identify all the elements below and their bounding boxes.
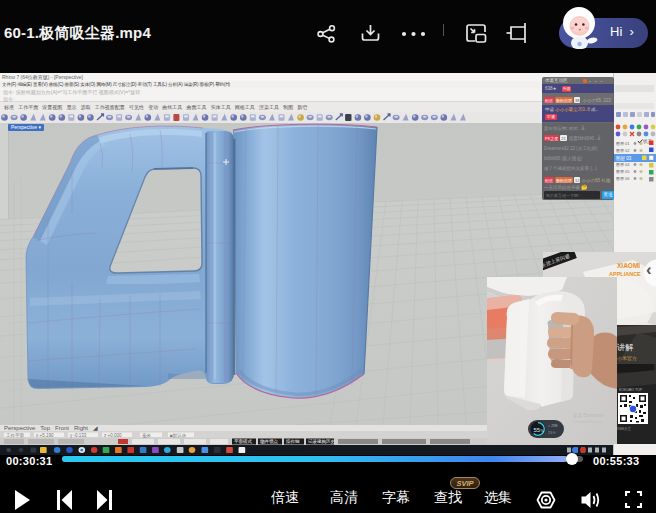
svg-text:操作轴: 操作轴 (285, 438, 300, 444)
svg-text:图层 02: 图层 02 (616, 148, 630, 153)
svg-text:平面模式: 平面模式 (234, 439, 253, 444)
svg-text:图层 03: 图层 03 (616, 156, 632, 161)
svg-text:x +5.190: x +5.190 (36, 433, 54, 438)
svg-text:图层 06: 图层 06 (616, 176, 630, 181)
svg-text:记录建构历史: 记录建构历史 (307, 438, 336, 445)
svg-text:KOKUBO TOP: KOKUBO TOP (619, 388, 643, 392)
svg-text:www.brandtime.cn: www.brandtime.cn (573, 420, 602, 424)
svg-text:讲解: 讲解 (617, 343, 634, 352)
svg-text:工作平面: 工作平面 (6, 432, 25, 438)
svg-text:z +0.000: z +0.000 (104, 433, 122, 438)
svg-text:物件锁点: 物件锁点 (260, 438, 279, 445)
svg-text:y -0.133: y -0.133 (70, 433, 87, 438)
svg-text:某某 Brandtime: 某某 Brandtime (573, 413, 604, 418)
svg-text:XIAOMI: XIAOMI (617, 262, 640, 269)
svg-text:小米官方: 小米官方 (617, 355, 637, 362)
svg-text:≈ 298: ≈ 298 (548, 424, 557, 428)
svg-text:■默认值: ■默认值 (170, 433, 187, 438)
svg-text:扫码关注: 扫码关注 (616, 426, 632, 431)
svg-text:图层 05: 图层 05 (616, 169, 630, 174)
svg-text:图层 01: 图层 01 (616, 141, 630, 146)
svg-text:23分: 23分 (548, 430, 556, 435)
svg-text:图层 04: 图层 04 (616, 162, 630, 167)
svg-text:毫米: 毫米 (142, 433, 152, 438)
